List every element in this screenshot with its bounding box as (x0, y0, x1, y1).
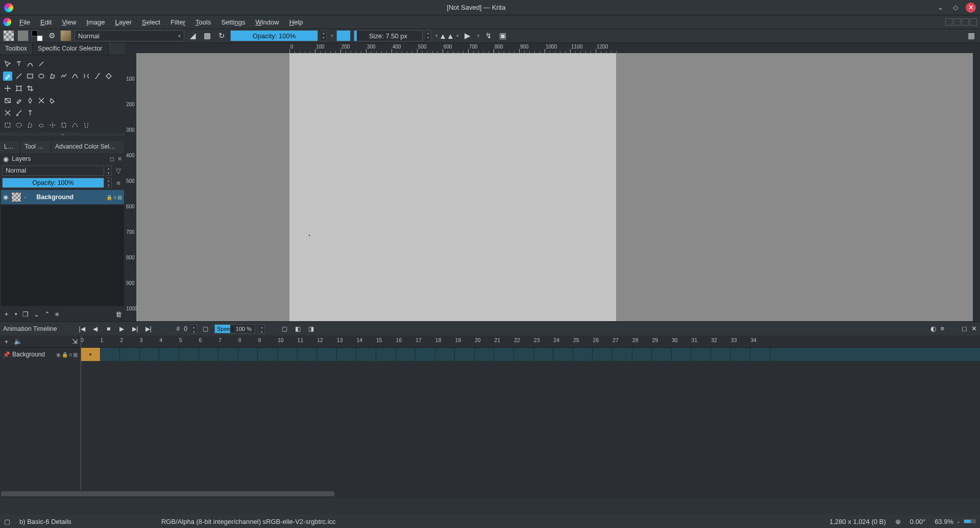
speed-slider[interactable]: Speed: 100 % (214, 324, 255, 333)
playhead-line[interactable] (81, 335, 81, 490)
reload-preset-icon[interactable]: ↻ (216, 30, 227, 41)
brush-size-slider[interactable]: Size: 7.50 px (354, 30, 423, 41)
similar-select-tool-icon[interactable] (59, 121, 68, 130)
alpha-lock-icon[interactable]: α (113, 195, 116, 200)
maximize-button[interactable]: ◇ (950, 3, 961, 13)
tab-advanced-color[interactable]: Advanced Color Sel… (51, 141, 125, 153)
fg-bg-swatch[interactable] (32, 30, 43, 41)
size-spinner[interactable]: ▴▾ (426, 30, 431, 41)
reference-tool-icon[interactable] (26, 108, 35, 117)
duplicate-layer-icon[interactable]: ❐ (22, 310, 29, 318)
layer-opacity-spinner[interactable]: ▴▾ (106, 178, 112, 188)
gradient-tool-icon[interactable] (3, 96, 12, 105)
bezier-select-tool-icon[interactable] (70, 121, 80, 130)
ellipse-tool-icon[interactable] (37, 71, 46, 81)
onion-skin-1-icon[interactable]: ▢ (280, 325, 289, 332)
contiguous-select-tool-icon[interactable] (48, 121, 57, 130)
track-cells[interactable] (81, 348, 980, 361)
first-frame-button[interactable]: |◀ (78, 325, 87, 332)
menu-tools[interactable]: Tools (190, 17, 216, 28)
layer-blend-spinner[interactable]: ▴▾ (106, 165, 112, 176)
magnetic-select-tool-icon[interactable] (82, 121, 91, 130)
add-layer-icon[interactable]: ＋ (3, 309, 10, 319)
pattern-swatch[interactable] (3, 30, 14, 41)
color-chip[interactable] (336, 30, 351, 41)
status-zoom[interactable]: 63.9% (935, 518, 953, 525)
eraser-mode-icon[interactable]: ◢ (187, 30, 199, 41)
tab-specific-color[interactable]: Specific Color Selector (33, 43, 108, 55)
color-picker-tool-icon[interactable] (14, 96, 23, 105)
chevron-down-icon[interactable]: ▾ (331, 33, 333, 38)
frame-ruler[interactable]: 0123456789101112131415161718192021222324… (81, 335, 980, 347)
move-up-icon[interactable]: ⌃ (44, 310, 50, 318)
move-tool-icon[interactable] (3, 84, 12, 93)
transform-tool2-icon[interactable] (14, 84, 23, 93)
float-docker-icon[interactable]: ◻ (110, 156, 114, 162)
calligraphy-tool-icon[interactable] (37, 59, 46, 68)
menu-edit[interactable]: Edit (35, 17, 57, 28)
bezier-tool-icon[interactable] (70, 71, 80, 81)
measure-tool-icon[interactable] (14, 108, 23, 117)
layer-opacity-slider[interactable]: Opacity: 100% (2, 178, 104, 188)
zoom-slider[interactable] (964, 519, 976, 523)
zoom-to-fit-icon[interactable]: ⇲ (72, 338, 78, 345)
multibrush-tool-icon[interactable] (104, 71, 113, 81)
chevron-down-icon[interactable]: ▾ (456, 33, 459, 38)
tab-toolbox[interactable]: Toolbox (0, 43, 33, 55)
inherit-alpha-icon[interactable]: ▦ (117, 195, 122, 200)
menu-image[interactable]: Image (81, 17, 110, 28)
minimize-button[interactable]: ⌄ (935, 3, 945, 13)
scrollbar-thumb[interactable] (1, 491, 334, 496)
canvas-viewport[interactable]: 0100200300400500600700800900100011001200… (125, 43, 980, 321)
layer-row[interactable]: ◉ ⌐ Background 🔒 α ▦ (1, 190, 124, 204)
line-tool-icon[interactable] (14, 71, 23, 81)
filter-icon[interactable]: ▽ (114, 167, 123, 175)
close-docker-icon[interactable]: ✕ (117, 156, 122, 162)
lock-icon[interactable]: 🔒 (62, 352, 68, 357)
freehand-path-tool-icon[interactable] (82, 71, 91, 81)
chevron-down-icon[interactable]: ▾ (15, 311, 17, 317)
stop-button[interactable]: ■ (104, 325, 113, 332)
canvas-page[interactable] (289, 53, 616, 321)
polyline-tool-icon[interactable] (59, 71, 68, 81)
compass-icon[interactable]: ⊕ (895, 518, 901, 525)
text-tool-icon[interactable] (14, 59, 23, 68)
preserve-alpha-icon[interactable]: ▩ (202, 30, 213, 41)
workspace-icon[interactable] (945, 18, 952, 26)
properties-icon[interactable]: ≡ (55, 310, 59, 318)
brush-preset-preview[interactable] (60, 30, 71, 41)
lock-icon[interactable]: 🔒 (106, 195, 112, 200)
assistant-tool-icon[interactable] (3, 108, 12, 117)
menu-help[interactable]: Help (284, 17, 308, 28)
app-menu-icon[interactable] (3, 18, 11, 26)
transform-tool-icon[interactable] (3, 59, 12, 68)
selection-mode-icon[interactable]: ▢ (4, 518, 10, 525)
play-button[interactable]: ▶ (117, 325, 127, 332)
prev-frame-button[interactable]: ◀ (91, 325, 100, 332)
opacity-spinner[interactable]: ▴▾ (321, 30, 327, 41)
last-frame-button[interactable]: ▶| (144, 325, 153, 332)
workspace-icon[interactable] (970, 18, 977, 26)
dynamic-brush-tool-icon[interactable] (93, 71, 102, 81)
layer-name[interactable]: Background (30, 194, 103, 201)
right-docker-strip[interactable] (973, 43, 980, 321)
menu-filter[interactable]: Filter (165, 17, 190, 28)
onion-icon[interactable]: ▦ (73, 352, 78, 357)
tab-tool-options[interactable]: Tool Op… (20, 141, 51, 153)
status-angle[interactable]: 0.00° (910, 518, 926, 525)
menu-file[interactable]: File (14, 17, 35, 28)
crop-tool-icon[interactable] (26, 84, 35, 93)
edit-shapes-tool-icon[interactable] (26, 59, 35, 68)
workspace-chooser-icon[interactable]: ▦ (966, 30, 977, 41)
track-name[interactable]: Background (12, 351, 54, 358)
save-incremental-icon[interactable]: ▣ (497, 30, 508, 41)
move-down-icon[interactable]: ⌄ (34, 310, 39, 318)
chevron-down-icon[interactable]: ⌄ (957, 519, 961, 524)
close-docker-icon[interactable]: ✕ (971, 325, 977, 332)
workspace-icon[interactable] (962, 18, 969, 26)
blend-mode-combo[interactable]: Normal ▾ (75, 30, 184, 41)
opacity-slider[interactable]: Opacity: 100% (230, 30, 318, 41)
layer-blend-combo[interactable]: Normal (2, 165, 104, 176)
freehand-brush-tool-icon[interactable] (3, 71, 12, 81)
settings-menu-icon[interactable]: ≡ (940, 325, 944, 332)
